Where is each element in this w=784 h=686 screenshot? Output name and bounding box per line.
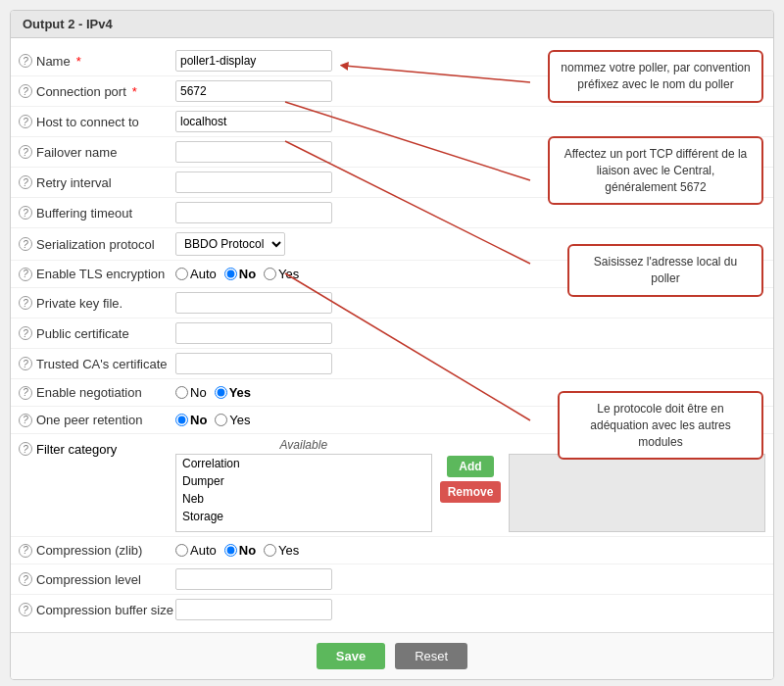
help-icon-trustedca[interactable]: ?: [19, 357, 32, 370]
field-compression-row: ? Compression (zlib) Auto No Yes: [11, 537, 773, 564]
help-icon-tls[interactable]: ?: [19, 268, 32, 281]
callout-name: nommez votre poller, par convention préf…: [548, 50, 763, 103]
onepeer-yes-label[interactable]: Yes: [215, 413, 250, 427]
name-input[interactable]: [175, 50, 332, 72]
field-trustedca-row: ? Trusted CA's certificate: [11, 349, 773, 379]
available-list-container: Available Correlation Dumper Neb Storage: [175, 438, 432, 532]
field-complevel-input-cell: [175, 568, 765, 590]
field-buffer-input-cell: [175, 202, 765, 223]
negotiation-no-label[interactable]: No: [175, 385, 207, 400]
help-icon-complevel[interactable]: ?: [19, 572, 32, 586]
field-complevel-row: ? Compression level: [11, 564, 773, 595]
tls-no-label[interactable]: No: [224, 267, 256, 281]
field-retry-label: ? Retry interval: [19, 175, 175, 190]
field-pubcert-label: ? Public certificate: [19, 326, 175, 341]
field-filtercategory-label: ? Filter category: [19, 438, 175, 457]
callout-host: Saisissez l'adresse local du poller: [567, 244, 763, 297]
help-icon-retry[interactable]: ?: [19, 175, 32, 189]
save-button[interactable]: Save: [317, 643, 385, 669]
field-failover-label: ? Failover name: [19, 145, 175, 160]
onepeer-yes-radio[interactable]: [215, 414, 227, 426]
filter-buttons: Add Remove: [440, 438, 502, 503]
onepeer-no-radio[interactable]: [175, 414, 188, 426]
field-compbuffer-row: ? Compression buffer size: [11, 595, 773, 624]
help-icon-serialization[interactable]: ?: [19, 237, 32, 251]
help-icon-onepeer[interactable]: ?: [19, 414, 32, 427]
callout-port: Affectez un port TCP différent de la lia…: [548, 136, 763, 205]
negotiation-yes-label[interactable]: Yes: [215, 385, 251, 400]
compression-no-label[interactable]: No: [224, 543, 256, 558]
list-item[interactable]: Storage: [176, 508, 431, 525]
tls-yes-radio[interactable]: [264, 268, 276, 280]
help-icon-privatekey[interactable]: ?: [19, 296, 32, 310]
tls-auto-label[interactable]: Auto: [175, 267, 217, 281]
compression-yes-label[interactable]: Yes: [264, 543, 299, 558]
field-buffer-label: ? Buffering timeout: [19, 206, 175, 220]
help-icon-compbuffer[interactable]: ?: [19, 603, 32, 616]
field-compression-input-cell: Auto No Yes: [175, 543, 765, 558]
compression-auto-radio[interactable]: [175, 544, 188, 557]
host-input[interactable]: [175, 111, 332, 132]
complevel-input[interactable]: [175, 568, 332, 590]
pubcert-input[interactable]: [175, 322, 332, 344]
serialization-select[interactable]: BBDO Protocol NDO Protocol: [175, 232, 285, 256]
tls-no-radio[interactable]: [224, 268, 237, 280]
field-compbuffer-input-cell: [175, 599, 765, 620]
port-input[interactable]: [175, 80, 332, 102]
field-pubcert-row: ? Public certificate: [11, 318, 773, 349]
field-name-label: ? Name *: [19, 54, 175, 69]
add-button[interactable]: Add: [447, 456, 493, 477]
help-icon-pubcert[interactable]: ?: [19, 326, 32, 340]
help-icon-host[interactable]: ?: [19, 115, 32, 128]
buffer-input[interactable]: [175, 202, 332, 223]
page-title: Output 2 - IPv4: [11, 11, 773, 38]
trustedca-input[interactable]: [175, 353, 332, 374]
compbuffer-input[interactable]: [175, 599, 332, 620]
field-pubcert-input-cell: [175, 322, 765, 344]
compression-auto-label[interactable]: Auto: [175, 543, 217, 558]
tls-yes-label[interactable]: Yes: [264, 267, 299, 281]
negotiation-yes-radio[interactable]: [215, 386, 227, 399]
available-header: Available: [175, 438, 432, 452]
field-complevel-label: ? Compression level: [19, 572, 175, 587]
field-tls-label: ? Enable TLS encryption: [19, 267, 175, 281]
reset-button[interactable]: Reset: [395, 643, 467, 669]
field-onepeer-label: ? One peer retention: [19, 413, 175, 427]
field-compression-label: ? Compression (zlib): [19, 543, 175, 558]
selected-list[interactable]: [509, 454, 765, 532]
help-icon-port[interactable]: ?: [19, 84, 32, 98]
field-trustedca-input-cell: [175, 353, 765, 374]
field-negotiation-label: ? Enable negotiation: [19, 385, 175, 400]
field-trustedca-label: ? Trusted CA's certificate: [19, 357, 175, 371]
negotiation-no-radio[interactable]: [175, 386, 188, 399]
field-serialization-label: ? Serialization protocol: [19, 237, 175, 252]
compression-yes-radio[interactable]: [264, 544, 276, 557]
callout-protocol: Le protocole doit être en adéquation ave…: [558, 391, 763, 460]
form-area: ? Name * ? Connection port *: [11, 38, 773, 632]
retry-input[interactable]: [175, 172, 332, 193]
list-item[interactable]: Dumper: [176, 472, 431, 490]
footer: Save Reset: [11, 632, 773, 679]
help-icon-buffer[interactable]: ?: [19, 206, 32, 220]
onepeer-no-label[interactable]: No: [175, 413, 207, 427]
field-privatekey-label: ? Private key file.: [19, 296, 175, 311]
help-icon-negotiation[interactable]: ?: [19, 386, 32, 400]
field-compbuffer-label: ? Compression buffer size: [19, 603, 175, 617]
field-host-input-cell: [175, 111, 765, 132]
compression-no-radio[interactable]: [224, 544, 237, 557]
list-item[interactable]: Correlation: [176, 455, 431, 472]
help-icon-failover[interactable]: ?: [19, 145, 32, 159]
help-icon-compression[interactable]: ?: [19, 544, 32, 558]
available-list[interactable]: Correlation Dumper Neb Storage: [175, 454, 432, 532]
field-host-label: ? Host to connect to: [19, 115, 175, 129]
help-icon-filtercategory[interactable]: ?: [19, 442, 32, 456]
tls-auto-radio[interactable]: [175, 268, 188, 280]
remove-button[interactable]: Remove: [440, 481, 502, 503]
help-icon-name[interactable]: ?: [19, 54, 32, 68]
field-port-label: ? Connection port *: [19, 84, 175, 99]
failover-input[interactable]: [175, 141, 332, 163]
list-item[interactable]: Neb: [176, 490, 431, 508]
field-host-row: ? Host to connect to: [11, 107, 773, 137]
privatekey-input[interactable]: [175, 292, 332, 314]
